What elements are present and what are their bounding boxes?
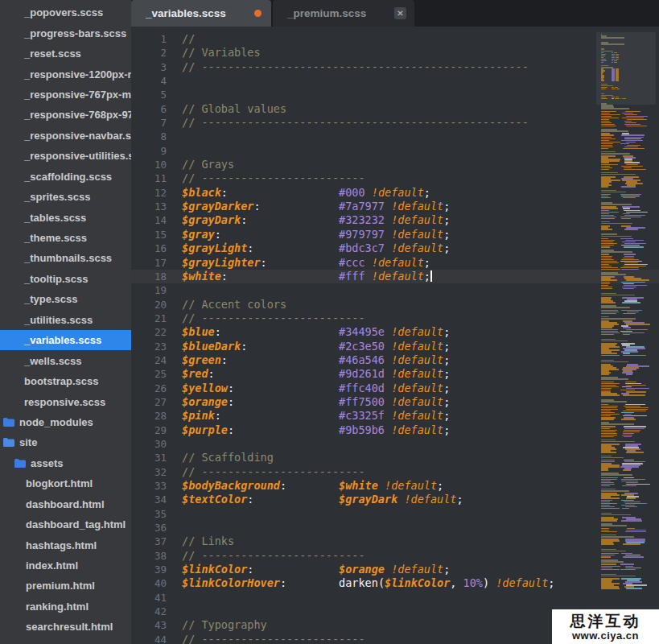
code-line[interactable]: 18$white: #fff !default; — [131, 270, 659, 283]
sidebar-item--reset-scss[interactable]: _reset.scss — [0, 43, 131, 64]
code-line[interactable]: 22$blue: #34495e !default; — [131, 325, 659, 339]
code-line[interactable]: 9 — [131, 144, 659, 158]
code-line[interactable]: 37// Links — [131, 535, 659, 548]
sidebar-item--tables-scss[interactable]: _tables.scss — [0, 207, 131, 227]
sidebar-item-site[interactable]: site — [0, 432, 131, 452]
sidebar-item--wells-scss[interactable]: _wells.scss — [0, 350, 131, 370]
sidebar-item--responsive-768px-979px-scss[interactable]: _responsive-768px-979px.scss — [0, 105, 131, 125]
code-line[interactable]: 17$grayLighter: #ccc !default; — [131, 256, 659, 270]
code-editor-window: _popovers.scss _progress-bars.scss _rese… — [0, 0, 659, 644]
line-number: 44 — [131, 633, 167, 644]
code-line[interactable]: 5 — [131, 88, 659, 101]
sidebar-item--scaffolding-scss[interactable]: _scaffolding.scss — [0, 167, 131, 187]
code-line[interactable]: 6// Global values — [131, 102, 659, 116]
code-text: $green: #46a546 !default; — [182, 353, 450, 367]
code-line[interactable]: 7// ------------------------------------… — [131, 116, 659, 130]
line-number: 43 — [131, 618, 167, 632]
sidebar-item-label: _responsive-utilities.scss — [24, 150, 131, 162]
sidebar-item--progress-bars-scss[interactable]: _progress-bars.scss — [0, 23, 131, 43]
sidebar-item-label: blogkort.html — [26, 477, 93, 489]
code-line[interactable]: 35 — [131, 507, 659, 521]
line-number: 2 — [131, 46, 167, 60]
sidebar-item-label: _responsive-1200px-min.scss — [24, 68, 131, 80]
code-line[interactable]: 3// ------------------------------------… — [131, 60, 659, 74]
code-line[interactable]: 34$textColor: $grayDark !default; — [131, 493, 659, 506]
sidebar-item-blogkort-html[interactable]: blogkort.html — [0, 473, 131, 493]
code-text: // Typography — [182, 618, 267, 632]
sidebar-item-label: _utilities.scss — [24, 314, 93, 326]
code-line[interactable]: 40$linkColorHover: darken($linkColor, 10… — [131, 576, 659, 590]
sidebar-item-responsive-scss[interactable]: responsive.scss — [0, 391, 131, 411]
code-line[interactable]: 19 — [131, 283, 659, 297]
tab-premium-scss[interactable]: _premium.scss ✕ — [273, 0, 414, 27]
code-line[interactable]: 41 — [131, 591, 659, 605]
code-line[interactable]: 14$grayDark: #323232 !default; — [131, 213, 659, 227]
watermark-title: 思洋互动 — [570, 613, 641, 630]
sidebar-item-dashboard-html[interactable]: dashboard.html — [0, 494, 131, 514]
code-line[interactable]: 15$gray: #979797 !default; — [131, 228, 659, 242]
code-line[interactable]: 39$linkColor: $orange !default; — [131, 563, 659, 576]
sidebar-item--tooltip-scss[interactable]: _tooltip.scss — [0, 269, 131, 289]
sidebar-item-index-html[interactable]: index.html — [0, 555, 131, 576]
sidebar-item--responsive-1200px-min-scss[interactable]: _responsive-1200px-min.scss — [0, 64, 131, 84]
code-line[interactable]: 11// ------------------------- — [131, 171, 659, 185]
code-line[interactable]: 25$red: #9d261d !default; — [131, 367, 659, 381]
code-text: $white: #fff !default; — [182, 270, 432, 283]
sidebar-item--sprites-scss[interactable]: _sprites.scss — [0, 187, 131, 207]
sidebar-item-searchresult-html[interactable]: searchresult.html — [0, 617, 131, 637]
code-line[interactable]: 28$pink: #c3325f !default; — [131, 409, 659, 423]
code-line[interactable]: 27$orange: #ff7500 !default; — [131, 395, 659, 409]
sidebar-item--popovers-scss[interactable]: _popovers.scss — [0, 2, 131, 23]
line-number: 26 — [131, 382, 167, 395]
sidebar-item--responsive-navbar-scss[interactable]: _responsive-navbar.scss — [0, 126, 131, 146]
sidebar-item-label: _responsive-767px-max.scss — [24, 89, 131, 101]
code-line[interactable]: 20// Accent colors — [131, 298, 659, 312]
code-line[interactable]: 36 — [131, 521, 659, 535]
folder-icon — [3, 438, 14, 447]
code-area[interactable]: 1//2// Variables3// --------------------… — [131, 27, 659, 644]
code-line[interactable]: 38// ------------------------- — [131, 549, 659, 563]
code-text: // ------------------------- — [182, 312, 365, 325]
sidebar-item-bootstrap-scss[interactable]: bootstrap.scss — [0, 371, 131, 391]
sidebar-item-label: bootstrap.scss — [24, 375, 98, 387]
close-icon[interactable]: ✕ — [394, 7, 406, 19]
code-line[interactable]: 13$grayDarker: #7a7977 !default; — [131, 200, 659, 213]
sidebar-item-node-modules[interactable]: node_modules — [0, 412, 131, 432]
code-line[interactable]: 33$bodyBackground: $white !default; — [131, 479, 659, 493]
sidebar-item--type-scss[interactable]: _type.scss — [0, 289, 131, 309]
sidebar-item--theme-scss[interactable]: _theme.scss — [0, 228, 131, 248]
sidebar-item-dashboard-tag-html[interactable]: dashboard_tag.html — [0, 514, 131, 535]
code-line[interactable]: 2// Variables — [131, 46, 659, 60]
sidebar-item-hashtags-html[interactable]: hashtags.html — [0, 535, 131, 555]
code-line[interactable]: 12$black: #000 !default; — [131, 186, 659, 200]
file-sidebar: _popovers.scss _progress-bars.scss _rese… — [0, 0, 131, 644]
code-line[interactable]: 21// ------------------------- — [131, 312, 659, 325]
code-line[interactable]: 31// Scaffolding — [131, 451, 659, 464]
code-line[interactable]: 16$grayLight: #bdc3c7 !default; — [131, 242, 659, 255]
code-line[interactable]: 1// — [131, 32, 659, 46]
minimap[interactable] — [596, 29, 656, 604]
code-line[interactable]: 8 — [131, 130, 659, 143]
code-line[interactable]: 10// Grays — [131, 158, 659, 171]
code-text: $gray: #979797 !default; — [182, 228, 450, 242]
code-line[interactable]: 32// ------------------------- — [131, 465, 659, 479]
code-text: // ------------------------- — [182, 465, 365, 479]
code-line[interactable]: 26$yellow: #ffc40d !default; — [131, 382, 659, 395]
sidebar-item--responsive-utilities-scss[interactable]: _responsive-utilities.scss — [0, 146, 131, 166]
sidebar-item-premium-html[interactable]: premium.html — [0, 576, 131, 596]
sidebar-item-assets[interactable]: assets — [0, 453, 131, 473]
code-line[interactable]: 30 — [131, 437, 659, 451]
sidebar-item--thumbnails-scss[interactable]: _thumbnails.scss — [0, 248, 131, 268]
sidebar-item--utilities-scss[interactable]: _utilities.scss — [0, 310, 131, 330]
folder-icon — [3, 418, 14, 427]
sidebar-item-ranking-html[interactable]: ranking.html — [0, 597, 131, 617]
code-line[interactable]: 24$green: #46a546 !default; — [131, 353, 659, 367]
code-text: // ------------------------- — [182, 549, 365, 563]
code-line[interactable]: 29$purple: #9b59b6 !default; — [131, 423, 659, 437]
sidebar-item--variables-scss[interactable]: _variables.scss — [0, 330, 131, 350]
folder-icon — [14, 459, 26, 468]
code-line[interactable]: 23$blueDark: #2c3e50 !default; — [131, 340, 659, 353]
tab-variables-scss[interactable]: _variables.scss — [131, 0, 271, 27]
code-line[interactable]: 4 — [131, 74, 659, 88]
sidebar-item--responsive-767px-max-scss[interactable]: _responsive-767px-max.scss — [0, 85, 131, 105]
